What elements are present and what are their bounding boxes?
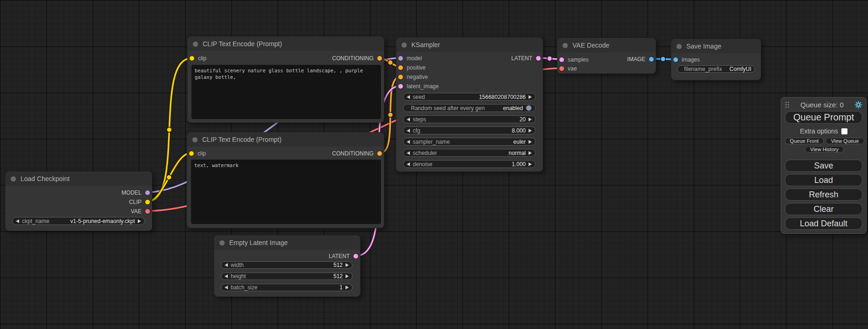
output-port-latent[interactable] bbox=[536, 56, 541, 61]
decrement-arrow-icon[interactable] bbox=[407, 140, 410, 144]
load-default-button[interactable]: Load Default bbox=[785, 217, 862, 230]
link-midpoint-dot[interactable] bbox=[388, 60, 393, 65]
widget-batch-size[interactable]: batch_size 1 bbox=[221, 284, 353, 291]
link-midpoint-dot[interactable] bbox=[661, 56, 666, 62]
node-title: Save Image bbox=[686, 42, 721, 50]
node-status-dot[interactable] bbox=[192, 137, 198, 142]
widget-random-seed-toggle[interactable]: Random seed after every gen enabled bbox=[403, 104, 536, 112]
increment-arrow-icon[interactable] bbox=[346, 286, 349, 289]
node-empty-latent-image[interactable]: Empty Latent Image LATENT width 512 heig… bbox=[214, 235, 360, 297]
queue-front-button[interactable]: Queue Front bbox=[785, 138, 824, 144]
decrement-arrow-icon[interactable] bbox=[16, 219, 19, 223]
widget-filename-prefix[interactable]: filename_prefix ComfyUI bbox=[677, 65, 755, 73]
widget-label: height bbox=[231, 273, 246, 280]
link-midpoint-dot[interactable] bbox=[388, 112, 393, 118]
widget-label: steps bbox=[413, 116, 426, 123]
node-status-dot[interactable] bbox=[11, 176, 16, 182]
node-title-bar[interactable]: CLIP Text Encode (Prompt) bbox=[187, 133, 384, 147]
extra-options-label: Extra options bbox=[800, 127, 838, 135]
increment-arrow-icon[interactable] bbox=[346, 274, 349, 278]
queue-menu-panel[interactable]: Queue size: 0 Queue Prompt Extra options… bbox=[781, 97, 867, 234]
input-port-positive[interactable] bbox=[398, 65, 403, 70]
widget-label: denoise bbox=[413, 161, 432, 168]
input-label: images bbox=[682, 56, 700, 63]
input-port-vae[interactable] bbox=[559, 66, 564, 71]
decrement-arrow-icon[interactable] bbox=[225, 263, 228, 267]
node-status-dot[interactable] bbox=[219, 240, 225, 245]
node-clip-text-encode-positive[interactable]: CLIP Text Encode (Prompt) clip CONDITION… bbox=[187, 36, 384, 123]
node-ksampler[interactable]: KSampler model positive negative latent_… bbox=[396, 37, 543, 172]
toggle-icon[interactable] bbox=[526, 105, 532, 111]
output-label: CONDITIONING bbox=[332, 150, 374, 157]
decrement-arrow-icon[interactable] bbox=[225, 286, 228, 289]
decrement-arrow-icon[interactable] bbox=[407, 162, 410, 166]
node-title-bar[interactable]: CLIP Text Encode (Prompt) bbox=[188, 37, 384, 51]
widget-steps[interactable]: steps 20 bbox=[403, 115, 536, 123]
widget-ckpt-name[interactable]: ckpt_name v1-5-pruned-emaonly.ckpt bbox=[12, 217, 145, 225]
widget-cfg[interactable]: cfg 8.000 bbox=[403, 126, 536, 134]
queue-prompt-button[interactable]: Queue Prompt bbox=[785, 111, 862, 124]
link-midpoint-dot[interactable] bbox=[547, 56, 552, 61]
node-title-bar[interactable]: KSampler bbox=[396, 38, 543, 52]
drag-handle-icon[interactable] bbox=[785, 101, 790, 108]
widget-width[interactable]: width 512 bbox=[221, 261, 353, 269]
output-port-latent[interactable] bbox=[353, 254, 358, 259]
widget-label: seed bbox=[413, 94, 425, 100]
increment-arrow-icon[interactable] bbox=[529, 140, 532, 144]
output-port-clip[interactable] bbox=[145, 200, 150, 204]
input-port-images[interactable] bbox=[673, 57, 678, 62]
widget-seed[interactable]: seed 156680208700286 bbox=[403, 93, 536, 101]
refresh-button[interactable]: Refresh bbox=[785, 189, 862, 201]
node-title-bar[interactable]: Load Checkpoint bbox=[6, 172, 152, 186]
clear-button[interactable]: Clear bbox=[785, 203, 862, 215]
node-status-dot[interactable] bbox=[402, 42, 407, 48]
node-clip-text-encode-negative[interactable]: CLIP Text Encode (Prompt) clip CONDITION… bbox=[187, 132, 384, 228]
output-label: CONDITIONING bbox=[332, 55, 374, 62]
node-vae-decode[interactable]: VAE Decode samples vae IMAGE bbox=[557, 38, 656, 74]
increment-arrow-icon[interactable] bbox=[138, 219, 141, 223]
output-port-conditioning[interactable] bbox=[377, 151, 382, 156]
decrement-arrow-icon[interactable] bbox=[407, 95, 410, 99]
node-status-dot[interactable] bbox=[193, 42, 198, 47]
increment-arrow-icon[interactable] bbox=[346, 263, 349, 267]
widget-label: Random seed after every gen bbox=[411, 105, 485, 112]
node-title-bar[interactable]: VAE Decode bbox=[557, 38, 656, 52]
link-midpoint-dot[interactable] bbox=[167, 175, 172, 180]
save-button[interactable]: Save bbox=[785, 160, 862, 172]
node-title-bar[interactable]: Save Image bbox=[671, 39, 761, 53]
decrement-arrow-icon[interactable] bbox=[225, 274, 228, 278]
increment-arrow-icon[interactable] bbox=[529, 129, 532, 133]
node-status-dot[interactable] bbox=[563, 43, 568, 48]
view-history-button[interactable]: View History bbox=[805, 146, 844, 153]
prompt-text-input[interactable]: text, watermark bbox=[191, 160, 381, 224]
output-port-image[interactable] bbox=[649, 57, 654, 62]
increment-arrow-icon[interactable] bbox=[529, 118, 532, 121]
settings-gear-icon[interactable] bbox=[854, 101, 862, 109]
extra-options-checkbox[interactable] bbox=[841, 128, 847, 134]
widget-denoise[interactable]: denoise 1.000 bbox=[403, 160, 536, 168]
increment-arrow-icon[interactable] bbox=[529, 151, 532, 155]
node-load-checkpoint[interactable]: Load Checkpoint MODEL CLIP VAE ckpt_name… bbox=[5, 171, 152, 231]
node-save-image[interactable]: Save Image images filename_prefix ComfyU… bbox=[671, 39, 761, 80]
widget-scheduler[interactable]: scheduler normal bbox=[403, 149, 536, 157]
view-queue-button[interactable]: View Queue bbox=[826, 138, 864, 144]
load-button[interactable]: Load bbox=[785, 174, 862, 186]
link-midpoint-dot[interactable] bbox=[167, 127, 172, 133]
widget-height[interactable]: height 512 bbox=[221, 273, 353, 280]
output-port-model[interactable] bbox=[145, 190, 150, 195]
decrement-arrow-icon[interactable] bbox=[407, 129, 410, 133]
decrement-arrow-icon[interactable] bbox=[407, 118, 410, 121]
decrement-arrow-icon[interactable] bbox=[407, 151, 410, 155]
prompt-text-input[interactable]: beautiful scenery nature glass bottle la… bbox=[191, 65, 381, 119]
input-port-negative[interactable] bbox=[398, 75, 403, 79]
input-port-latent-image[interactable] bbox=[398, 84, 403, 89]
node-status-dot[interactable] bbox=[677, 44, 682, 49]
widget-sampler-name[interactable]: sampler_name euler bbox=[403, 138, 536, 146]
node-title-bar[interactable]: Empty Latent Image bbox=[214, 236, 360, 250]
widget-value: 156680208700286 bbox=[479, 94, 526, 100]
increment-arrow-icon[interactable] bbox=[529, 95, 532, 99]
output-port-conditioning[interactable] bbox=[377, 56, 382, 61]
node-graph-canvas[interactable]: Load Checkpoint MODEL CLIP VAE ckpt_name… bbox=[0, 0, 868, 329]
output-port-vae[interactable] bbox=[145, 209, 150, 214]
increment-arrow-icon[interactable] bbox=[529, 162, 532, 166]
